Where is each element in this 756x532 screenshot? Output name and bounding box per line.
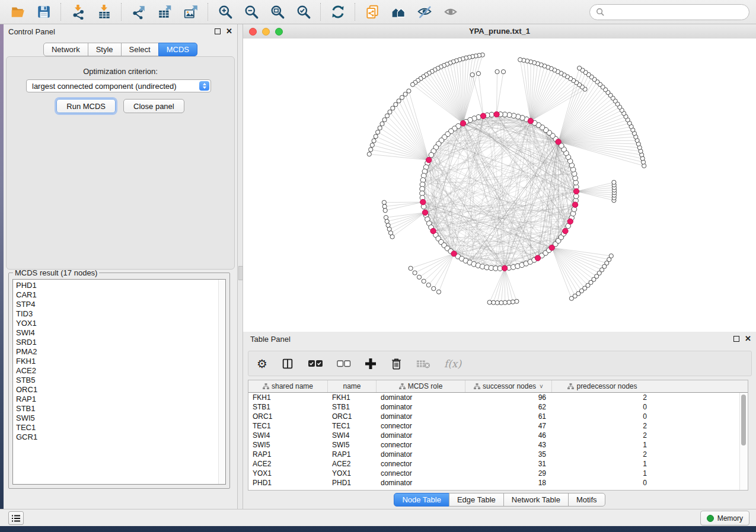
leaf-node[interactable]	[385, 219, 389, 223]
hide-graphics-button[interactable]	[416, 3, 433, 21]
mcds-hub-node[interactable]	[535, 255, 540, 261]
leaf-node[interactable]	[380, 121, 384, 126]
table-row[interactable]: FKH1FKH1dominator962	[248, 393, 748, 402]
mcds-hub-node[interactable]	[451, 251, 457, 257]
create-column-button[interactable]	[365, 356, 377, 371]
tab-node-table[interactable]: Node Table	[394, 493, 449, 507]
import-table-button[interactable]	[95, 3, 113, 21]
tab-mcds[interactable]: MCDS	[158, 43, 197, 56]
leaf-node[interactable]	[426, 283, 430, 287]
table-settings-button[interactable]: ⚙	[257, 356, 267, 371]
mcds-hub-node[interactable]	[563, 228, 568, 233]
mcds-hub-node[interactable]	[556, 139, 561, 145]
leaf-node[interactable]	[612, 180, 616, 184]
column-header-shared-name[interactable]: shared name	[248, 380, 328, 392]
mcds-result-item[interactable]: FKH1	[13, 357, 225, 366]
leaf-node[interactable]	[476, 72, 480, 76]
task-history-button[interactable]	[8, 511, 24, 525]
mcds-result-item[interactable]: STB5	[13, 376, 225, 385]
leaf-node[interactable]	[391, 106, 395, 110]
mcds-hub-node[interactable]	[422, 210, 428, 215]
leaf-node[interactable]	[390, 235, 394, 239]
column-header-predecessor-nodes[interactable]: predecessor nodes	[552, 380, 653, 392]
leaf-node[interactable]	[409, 266, 413, 270]
tab-select[interactable]: Select	[121, 43, 159, 56]
mcds-hub-node[interactable]	[430, 228, 436, 233]
network-graph[interactable]	[243, 39, 756, 332]
node-table[interactable]: shared namenameMCDS rolesuccessor nodes˅…	[248, 380, 748, 491]
deselect-all-columns-button[interactable]	[337, 356, 351, 371]
table-row[interactable]: ACE2ACE2connector311	[248, 459, 748, 469]
leaf-node[interactable]	[410, 82, 414, 86]
column-header-MCDS-role[interactable]: MCDS role	[377, 380, 465, 392]
mcds-hub-node[interactable]	[426, 157, 432, 162]
leaf-node[interactable]	[378, 126, 382, 130]
leaf-node[interactable]	[383, 209, 387, 213]
tab-network[interactable]: Network	[43, 43, 88, 56]
leaf-node[interactable]	[487, 300, 492, 305]
mcds-result-item[interactable]: PHD1	[13, 281, 225, 290]
mcds-hub-node[interactable]	[572, 202, 578, 207]
leaf-node[interactable]	[382, 200, 386, 204]
mcds-result-item[interactable]: SRD1	[13, 338, 225, 347]
leaf-node[interactable]	[400, 95, 404, 100]
leaf-node[interactable]	[495, 69, 499, 73]
leaf-node[interactable]	[382, 118, 387, 122]
table-row[interactable]: RAP1RAP1dominator352	[248, 450, 748, 459]
mcds-result-item[interactable]: GCR1	[13, 432, 225, 442]
leaf-node[interactable]	[384, 216, 388, 220]
mcds-hub-node[interactable]	[460, 121, 465, 126]
mcds-result-item[interactable]: PMA2	[13, 347, 225, 357]
mcds-hub-node[interactable]	[528, 118, 533, 124]
leaf-node[interactable]	[382, 204, 387, 209]
close-panel-icon[interactable]: ✕	[226, 28, 232, 35]
mcds-hub-node[interactable]	[549, 245, 554, 250]
export-network-button[interactable]	[130, 3, 148, 21]
optimization-criterion-select[interactable]: largest connected component (undirected)	[26, 79, 211, 92]
mcds-result-item[interactable]: TEC1	[13, 423, 225, 432]
tab-motifs[interactable]: Motifs	[568, 493, 605, 507]
table-row[interactable]: PHD1PHD1dominator180	[248, 478, 748, 488]
float-panel-icon[interactable]	[215, 28, 221, 34]
leaf-node[interactable]	[470, 73, 474, 77]
table-row[interactable]: YOX1YOX1connector291	[248, 469, 748, 478]
leaf-node[interactable]	[578, 66, 582, 70]
leaf-node[interactable]	[376, 130, 380, 134]
mcds-hub-node[interactable]	[573, 188, 579, 194]
zoom-selected-button[interactable]	[295, 3, 312, 21]
mcds-hub-node[interactable]	[480, 113, 486, 118]
mcds-hub-node[interactable]	[420, 199, 426, 204]
duplicate-network-button[interactable]	[363, 3, 381, 21]
mcds-result-item[interactable]: RAP1	[13, 395, 225, 404]
delete-column-button[interactable]	[390, 356, 403, 371]
leaf-node[interactable]	[436, 290, 441, 294]
table-scrollbar-thumb[interactable]	[741, 395, 746, 446]
table-row[interactable]: STB1STB1dominator620	[248, 402, 748, 412]
export-table-button[interactable]	[156, 3, 174, 21]
mcds-result-item[interactable]: TID3	[13, 309, 225, 319]
mcds-result-list[interactable]: PHD1CAR1STP4TID3YOX1SWI4SRD1PMA2FKH1ACE2…	[13, 280, 225, 442]
run-mcds-button[interactable]: Run MCDS	[56, 99, 116, 113]
leaf-node[interactable]	[569, 296, 573, 300]
leaf-node[interactable]	[369, 148, 373, 152]
leaf-node[interactable]	[385, 114, 389, 118]
leaf-node[interactable]	[397, 99, 401, 103]
leaf-node[interactable]	[388, 110, 392, 114]
circle-node[interactable]	[429, 152, 434, 158]
table-row[interactable]: SWI5SWI5connector431	[248, 440, 748, 450]
mcds-result-item[interactable]: ORC1	[13, 385, 225, 395]
table-row[interactable]: SWI4SWI4dominator462	[248, 431, 748, 440]
mcds-result-item[interactable]: ACE2	[13, 366, 225, 376]
refresh-button[interactable]	[329, 3, 347, 21]
show-columns-button[interactable]	[281, 356, 294, 371]
import-network-button[interactable]	[69, 3, 87, 21]
column-header-successor-nodes[interactable]: successor nodes˅	[465, 380, 552, 392]
mcds-result-item[interactable]: SWI5	[13, 414, 225, 423]
leaf-node[interactable]	[501, 70, 505, 74]
tab-network-table[interactable]: Network Table	[503, 493, 569, 507]
leaf-node[interactable]	[407, 89, 411, 93]
mcds-list-scrollbar[interactable]	[218, 280, 225, 484]
leaf-node[interactable]	[417, 275, 421, 279]
open-file-button[interactable]	[9, 3, 27, 21]
tab-edge-table[interactable]: Edge Table	[449, 493, 504, 507]
